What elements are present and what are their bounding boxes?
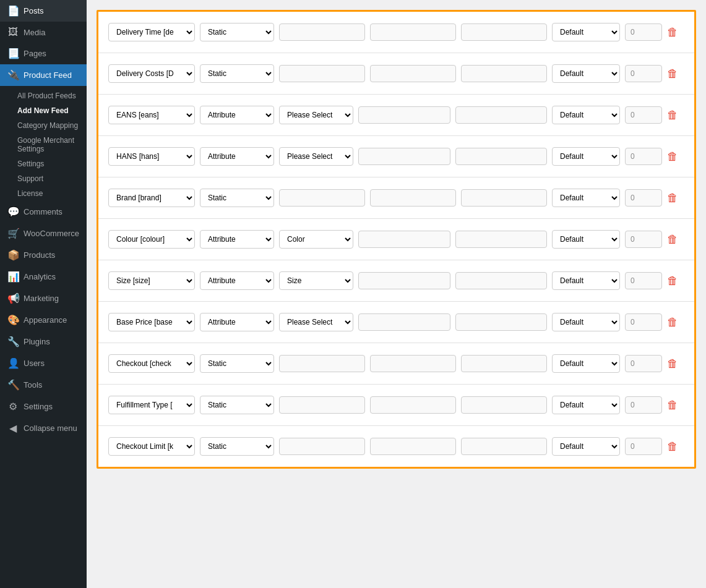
default-dropdown[interactable]: Default [552,64,620,83]
static-value-input[interactable] [279,355,365,372]
sidebar-item-posts[interactable]: 📄 Posts [0,0,87,22]
field-value-select[interactable]: Please SelectColorSize [279,106,353,124]
default-dropdown[interactable]: Default [552,396,620,414]
sidebar-subitem-add-new-feed[interactable]: Add New Feed [0,103,87,118]
delete-row-button[interactable]: 🗑 [667,233,678,246]
default-select[interactable]: Default [552,147,620,166]
field-type-select[interactable]: StaticAttribute [200,313,274,331]
extra-field-2[interactable] [461,396,547,414]
sidebar-item-analytics[interactable]: 📊 Analytics [0,266,87,288]
default-dropdown[interactable]: Default [552,23,620,41]
delete-row-button[interactable]: 🗑 [667,357,678,370]
field-type-select[interactable]: StaticAttribute [200,106,274,124]
extra-field-1[interactable] [370,355,456,372]
delete-button[interactable]: 🗑 [667,109,684,122]
field-value-dropdown[interactable]: Please SelectColorSize [279,230,353,249]
extra-field-2[interactable] [461,355,547,372]
extra-field-1[interactable] [370,438,456,455]
extra-field-2[interactable] [461,438,547,455]
delete-button[interactable]: 🗑 [667,192,684,205]
field-name-dropdown[interactable]: Base Price [base [108,313,195,331]
delete-row-button[interactable]: 🗑 [667,26,678,39]
default-select[interactable]: Default [552,64,620,83]
field-type-dropdown[interactable]: StaticAttribute [200,271,274,290]
extra-field-2[interactable] [455,272,548,289]
extra-input-2[interactable] [461,65,547,82]
field-name-dropdown[interactable]: Size [size] [108,271,195,290]
number-input[interactable] [625,313,662,331]
field-name-select[interactable]: Base Price [base [108,313,195,331]
sidebar-subitem-google-merchant[interactable]: Google Merchant Settings [0,133,87,156]
extra-input-2[interactable] [461,355,547,372]
sidebar-item-woocommerce[interactable]: 🛒 WooCommerce [0,223,87,244]
delete-row-button[interactable]: 🗑 [667,440,678,453]
sidebar-subitem-support[interactable]: Support [0,171,87,186]
number-input[interactable] [625,189,662,207]
extra-field-1[interactable] [358,148,450,165]
delete-button[interactable]: 🗑 [667,357,684,370]
static-value-input[interactable] [279,23,365,41]
sidebar-subitem-license[interactable]: License [0,186,87,201]
field-name-select[interactable]: Checkout [check [108,354,195,373]
static-value-input[interactable] [279,65,365,82]
field-value-select[interactable]: Please SelectColorSize [279,313,353,331]
extra-input-2[interactable] [455,313,548,331]
default-dropdown[interactable]: Default [552,437,620,456]
delete-row-button[interactable]: 🗑 [667,109,678,122]
delete-row-button[interactable]: 🗑 [667,275,678,288]
extra-field-2[interactable] [455,106,548,124]
default-dropdown[interactable]: Default [552,189,620,207]
field-type-select[interactable]: StaticAttribute [200,396,274,414]
extra-input-2[interactable] [461,189,547,207]
extra-field-2[interactable] [461,65,547,82]
field-name-select[interactable]: Colour [colour] [108,230,195,249]
extra-field-1[interactable] [358,313,450,331]
extra-input-1[interactable] [358,106,450,124]
field-value-dropdown[interactable]: Please SelectColorSize [279,271,353,290]
field-value-select[interactable]: Please SelectColorSize [279,271,353,290]
extra-input-1[interactable] [358,272,450,289]
field-name-select[interactable]: EANS [eans] [108,106,195,124]
field-name-dropdown[interactable]: Brand [brand] [108,189,195,207]
extra-input-2[interactable] [455,272,548,289]
delete-button[interactable]: 🗑 [667,26,684,39]
field-value-dropdown[interactable]: Please SelectColorSize [279,313,353,331]
extra-input-1[interactable] [370,65,456,82]
number-input[interactable] [625,23,662,41]
field-value-dropdown[interactable]: Please SelectColorSize [279,147,353,166]
field-type-dropdown[interactable]: StaticAttribute [200,23,274,41]
extra-field-1[interactable] [358,272,450,289]
default-dropdown[interactable]: Default [552,354,620,373]
field-name-dropdown[interactable]: Colour [colour] [108,230,195,249]
default-select[interactable]: Default [552,230,620,249]
default-dropdown[interactable]: Default [552,106,620,124]
delete-button[interactable]: 🗑 [667,316,684,329]
number-field[interactable] [625,313,662,331]
field-type-select[interactable]: StaticAttribute [200,147,274,166]
number-field[interactable] [625,106,662,124]
static-value-field[interactable] [279,355,365,372]
number-input[interactable] [625,396,662,414]
extra-input-2[interactable] [461,396,547,414]
delete-row-button[interactable]: 🗑 [667,67,678,80]
default-select[interactable]: Default [552,437,620,456]
sidebar-item-collapse[interactable]: ◀ Collapse menu [0,417,87,439]
number-input[interactable] [625,65,662,82]
delete-button[interactable]: 🗑 [667,275,684,288]
field-name-select[interactable]: HANS [hans] [108,147,195,166]
sidebar-subitem-category-mapping[interactable]: Category Mapping [0,118,87,133]
sidebar-item-comments[interactable]: 💬 Comments [0,201,87,223]
extra-input-1[interactable] [370,438,456,455]
field-value-select[interactable]: Please SelectColorSize [279,147,353,166]
field-type-dropdown[interactable]: StaticAttribute [200,354,274,373]
extra-field-2[interactable] [455,313,548,331]
field-name-select[interactable]: Fulfillment Type [ [108,396,195,414]
field-name-dropdown[interactable]: EANS [eans] [108,106,195,124]
number-field[interactable] [625,23,662,41]
field-name-dropdown[interactable]: Delivery Time [de [108,23,195,41]
field-name-dropdown[interactable]: Fulfillment Type [ [108,396,195,414]
field-name-select[interactable]: Checkout Limit [k [108,437,195,456]
default-dropdown[interactable]: Default [552,147,620,166]
field-type-dropdown[interactable]: StaticAttribute [200,313,274,331]
extra-input-2[interactable] [461,438,547,455]
